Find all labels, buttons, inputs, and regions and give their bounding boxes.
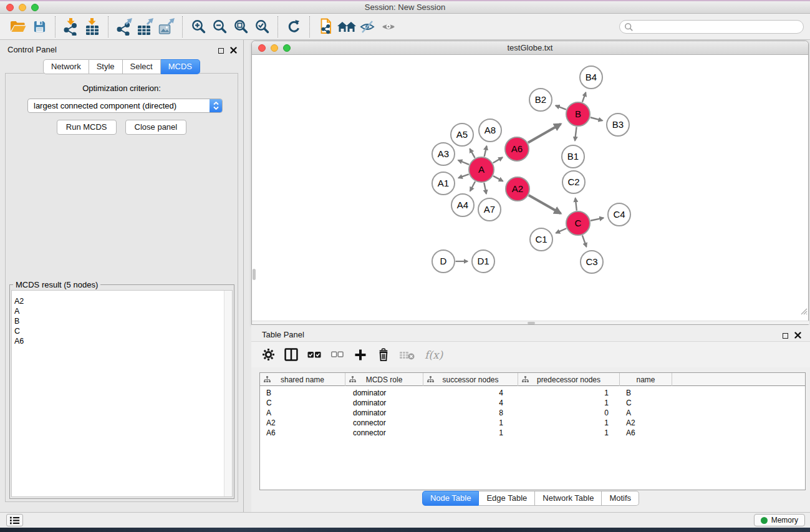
show-eye-icon[interactable] — [378, 17, 400, 37]
node-A8[interactable]: A8 — [479, 119, 501, 142]
node-B4[interactable]: B4 — [580, 66, 602, 89]
column-header-shared-name[interactable]: shared name — [260, 373, 345, 386]
node-A3[interactable]: A3 — [432, 143, 455, 165]
canvas-hscroll-thumb[interactable] — [528, 322, 535, 324]
table-row[interactable]: Adominator80A — [260, 408, 805, 418]
table-cell[interactable]: C — [260, 398, 345, 408]
node-C4[interactable]: C4 — [608, 203, 630, 226]
edge-B-B2[interactable] — [556, 105, 566, 109]
task-history-button[interactable] — [6, 514, 23, 526]
node-A[interactable]: A — [469, 157, 494, 182]
node-B1[interactable]: B1 — [562, 145, 584, 168]
node-B[interactable]: B — [566, 102, 590, 126]
table-cell[interactable]: 4 — [423, 388, 518, 398]
export-network-icon[interactable] — [113, 17, 135, 37]
node-C1[interactable]: C1 — [530, 228, 552, 251]
edge-A-A4[interactable] — [470, 181, 475, 191]
node-C[interactable]: C — [566, 211, 590, 235]
edge-A-A6[interactable] — [493, 157, 503, 163]
table-row[interactable]: Bdominator41B — [260, 388, 805, 398]
table-cell[interactable]: B — [260, 388, 345, 398]
node-A5[interactable]: A5 — [451, 123, 473, 146]
table-cell[interactable]: 1 — [518, 418, 620, 428]
column-header-MCDS-role[interactable]: MCDS role — [345, 373, 423, 386]
tab-select[interactable]: Select — [123, 59, 161, 74]
table-cell[interactable]: dominator — [345, 408, 423, 418]
zoom-fit-icon[interactable] — [230, 17, 251, 37]
import-network-icon[interactable] — [60, 17, 82, 37]
table-cell[interactable]: 0 — [518, 408, 620, 418]
tab-edge-table[interactable]: Edge Table — [479, 491, 535, 506]
table-row[interactable]: A6connector11A6 — [260, 428, 805, 438]
zoom-out-icon[interactable] — [209, 17, 230, 37]
table-cell[interactable]: A2 — [620, 418, 672, 428]
table-cell[interactable]: dominator — [345, 388, 423, 398]
node-A1[interactable]: A1 — [432, 172, 455, 195]
show-columns-icon[interactable] — [284, 346, 298, 364]
edge-C-C2[interactable] — [576, 198, 577, 211]
edge-A6-B[interactable] — [528, 124, 561, 143]
edge-B-B3[interactable] — [591, 117, 602, 120]
table-cell[interactable]: 1 — [423, 418, 518, 428]
table-cell[interactable]: connector — [345, 428, 423, 438]
tab-mcds[interactable]: MCDS — [161, 59, 200, 74]
edge-A-A8[interactable] — [485, 146, 487, 157]
close-panel-button[interactable]: Close panel — [125, 120, 187, 135]
delete-column-trash-icon[interactable] — [377, 346, 390, 364]
function-builder-icon[interactable]: f(x) — [425, 346, 443, 364]
table-cell[interactable]: A — [260, 408, 345, 418]
open-file-icon[interactable] — [7, 17, 29, 37]
node-A4[interactable]: A4 — [451, 194, 474, 216]
mcds-result-item[interactable]: A6 — [14, 336, 232, 346]
edge-A-A1[interactable] — [458, 174, 469, 178]
column-header-successor-nodes[interactable]: successor nodes — [423, 373, 518, 386]
table-cell[interactable]: B — [620, 388, 672, 398]
mcds-result-item[interactable]: B — [14, 316, 232, 326]
node-B2[interactable]: B2 — [529, 89, 552, 111]
criterion-select[interactable]: largest connected component (directed) — [27, 99, 223, 113]
tab-network-table[interactable]: Network Table — [535, 491, 602, 506]
home-icon[interactable] — [336, 17, 357, 37]
table-cell[interactable]: 1 — [518, 428, 620, 438]
canvas-vscroll-thumb[interactable] — [253, 269, 256, 280]
float-table-panel-icon[interactable] — [783, 333, 788, 339]
node-A6[interactable]: A6 — [505, 137, 529, 161]
table-cell[interactable]: 1 — [518, 398, 620, 408]
tab-node-table[interactable]: Node Table — [422, 491, 480, 506]
import-table-icon[interactable] — [82, 17, 103, 37]
table-settings-gear-icon[interactable] — [261, 346, 275, 364]
edge-A-A5[interactable] — [470, 148, 475, 158]
edge-A-A3[interactable] — [458, 160, 469, 165]
table-cell[interactable]: 1 — [423, 428, 518, 438]
new-session-from-network-icon[interactable] — [315, 17, 336, 37]
table-cell[interactable]: 4 — [423, 398, 518, 408]
select-all-icon[interactable] — [307, 346, 321, 364]
node-D1[interactable]: D1 — [472, 250, 494, 273]
mcds-result-item[interactable]: A — [14, 306, 232, 316]
tab-motifs[interactable]: Motifs — [602, 491, 639, 506]
unselect-all-icon[interactable] — [330, 346, 344, 364]
table-cell[interactable]: dominator — [345, 398, 423, 408]
table-row[interactable]: Cdominator41C — [260, 398, 805, 408]
node-A7[interactable]: A7 — [478, 198, 501, 221]
hide-eye-icon[interactable] — [357, 17, 378, 37]
close-panel-icon[interactable] — [230, 45, 237, 56]
edge-C-C4[interactable] — [591, 218, 604, 220]
add-column-icon[interactable] — [354, 346, 367, 364]
node-B3[interactable]: B3 — [607, 114, 629, 136]
window-resize-grip[interactable] — [799, 306, 808, 317]
run-mcds-button[interactable]: Run MCDS — [57, 120, 117, 135]
mcds-result-item[interactable]: C — [14, 326, 232, 336]
float-panel-icon[interactable] — [218, 48, 224, 54]
search-input[interactable] — [619, 20, 804, 34]
zoom-selected-icon[interactable] — [251, 17, 272, 37]
table-cell[interactable]: connector — [345, 418, 423, 428]
column-header-name[interactable]: name — [620, 373, 672, 386]
table-cell[interactable]: A — [620, 408, 672, 418]
table-row[interactable]: A2connector11A2 — [260, 418, 805, 428]
edge-A2-C[interactable] — [529, 195, 561, 213]
table-cell[interactable]: C — [620, 398, 672, 408]
edge-B-B1[interactable] — [575, 127, 577, 140]
table-cell[interactable]: 1 — [518, 388, 620, 398]
export-image-icon[interactable] — [156, 17, 177, 37]
